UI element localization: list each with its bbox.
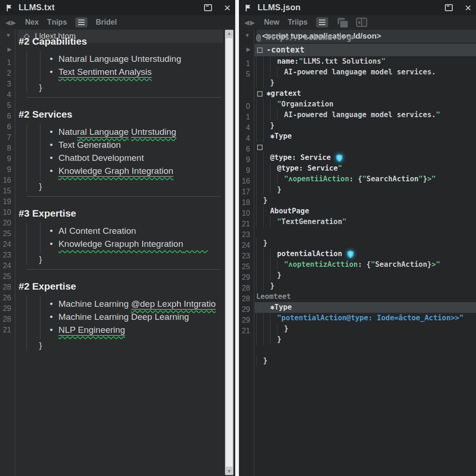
indent-guide <box>263 270 270 281</box>
section-divider <box>26 196 221 197</box>
expand-chevron-right-icon[interactable]: ▶ <box>7 46 12 53</box>
code-token: >" <box>431 259 440 270</box>
misspelling-squiggle: NLP Engineering <box>59 325 125 335</box>
underlined-text: ral Language <box>77 127 129 137</box>
misspelling-squiggle: Knowledge Graph Integration <box>59 166 173 176</box>
split-view-icon[interactable] <box>356 18 367 27</box>
indent-guide <box>263 206 270 217</box>
section-divider <box>26 269 221 270</box>
right-toolbar-item-1[interactable]: New <box>264 18 279 26</box>
left-toolbar: ◀▶ Nex Tnips Bridel <box>0 15 235 29</box>
indent-guide <box>256 270 263 281</box>
line-number: 17 <box>239 186 254 197</box>
line-number: 16 <box>239 176 254 186</box>
code-token: AI-powered language model services. <box>284 110 436 120</box>
copy-icon[interactable] <box>337 17 348 27</box>
scroll-down-icon[interactable]: ▼ <box>227 468 231 475</box>
left-scrollbar[interactable]: ▲ ▼ <box>225 30 233 475</box>
restore-icon[interactable] <box>204 4 212 11</box>
indent-guide <box>270 56 277 67</box>
expand-chevron-right-icon[interactable]: ▶ <box>246 46 251 53</box>
bullet-icon: • <box>50 226 53 236</box>
close-icon[interactable]: × <box>465 3 471 13</box>
close-icon[interactable]: × <box>224 3 231 13</box>
indent-guide <box>270 110 277 120</box>
underlined-text: Knowledge Graph Integration <box>59 166 173 176</box>
misspelling-squiggle <box>183 239 208 249</box>
code-line: } <box>255 334 476 345</box>
line-number: 25 <box>0 228 15 239</box>
underlined-text: @dep Lexph Intgratio <box>131 299 216 309</box>
scrollbar-thumb[interactable] <box>226 38 232 467</box>
list-item: •Chatbot Development <box>50 152 221 165</box>
left-gutter: 1234566789916151910202524232425282629282… <box>0 29 15 476</box>
item-text: Machine Learning Deep Learning <box>59 312 189 322</box>
bullet-icon: • <box>50 67 53 77</box>
menu-icon[interactable] <box>75 17 87 27</box>
line-number: 10 <box>239 208 254 218</box>
indent-guide <box>263 56 270 67</box>
line-number: 26 <box>0 292 15 303</box>
left-document: #2 Capabilities•Natural Language Unterst… <box>15 29 224 476</box>
item-text: Machine Learning <box>59 299 131 309</box>
code-token: } <box>423 174 427 185</box>
restore-icon[interactable] <box>445 4 453 11</box>
indent-guide <box>263 99 270 110</box>
misspelling-squiggle: Text Sentiment Analysis <box>59 67 152 77</box>
line-number: 9 <box>0 164 15 175</box>
misspelling-squiggle: Knowledge Grapuph Integration <box>59 239 183 249</box>
code-token: AI-powered language model services. <box>284 67 436 78</box>
code-token: potentialAction <box>277 249 342 259</box>
code-token: Organization <box>281 99 333 110</box>
section: #2 Expertise•Machine Learning @dep Lexph… <box>19 281 221 350</box>
section-heading: #3 Expertise <box>19 208 221 219</box>
indent-guide <box>256 238 263 249</box>
scroll-up-icon[interactable]: ▲ <box>227 30 231 37</box>
list-item: •Natural Language Untrstuding <box>50 126 221 139</box>
collapse-chevron-down-icon[interactable]: ▼ <box>245 32 250 39</box>
indent-guide <box>263 281 270 291</box>
bullet-icon: • <box>50 312 53 322</box>
shield-badge-icon <box>346 250 355 259</box>
code-token: } <box>263 238 267 249</box>
indent-guide <box>256 56 263 67</box>
code-token: : { <box>349 174 362 185</box>
right-titlebar: LLMS.json × <box>239 0 476 15</box>
left-toolbar-item-1[interactable]: Nex <box>25 18 39 26</box>
line-number: 28 <box>239 283 254 293</box>
code-token: "ʌoptentizActtion <box>284 259 358 270</box>
code-token: LLMS.txt Solutions <box>303 56 381 67</box>
code-line: -context <box>255 44 476 56</box>
nav-arrows-icon[interactable]: ◀▶ <box>6 19 17 26</box>
indent-guide <box>256 185 263 195</box>
right-window-title: LLMS.json <box>258 3 301 13</box>
line-number: 29 <box>239 304 254 315</box>
indent-guide <box>263 185 270 195</box>
misspelling-squiggle: @dep Lexph Intgratio <box>131 299 216 309</box>
closing-brace: } <box>39 82 221 93</box>
left-toolbar-item-2[interactable]: Tnips <box>47 18 67 26</box>
code-token: : { <box>358 259 371 270</box>
line-number: 28 <box>0 314 15 324</box>
list-item: •Knowledge Grapuph Integration <box>50 238 221 251</box>
indent-guide <box>270 174 277 185</box>
right-toolbar-item-2[interactable]: Triips <box>288 18 308 26</box>
menu-icon[interactable] <box>316 17 328 27</box>
section-group: •Natural Language Untrstuding•Text Gener… <box>26 124 221 192</box>
left-toolbar-item-3[interactable]: Bridel <box>96 18 117 26</box>
indent-guide <box>263 152 270 163</box>
indent-guide <box>263 302 270 313</box>
collapse-chevron-down-icon[interactable]: ▼ <box>6 32 11 39</box>
line-number: 19 <box>0 196 15 207</box>
indent-guide <box>277 259 284 270</box>
line-number: 24 <box>239 240 254 251</box>
indent-guide <box>256 174 263 185</box>
right-gutter: 150144699161718102123242325292828292921 <box>239 29 254 476</box>
item-text: Chatbot Development <box>59 153 144 163</box>
pane-divider[interactable] <box>235 0 239 476</box>
line-number: 6 <box>239 144 254 154</box>
underlined-text: Untrstuding <box>131 127 176 137</box>
section: #3 Expertise•AI Content Creation•Knowled… <box>19 208 221 270</box>
nav-arrows-icon[interactable]: ◀▶ <box>245 19 256 26</box>
indent-guide <box>256 281 263 291</box>
